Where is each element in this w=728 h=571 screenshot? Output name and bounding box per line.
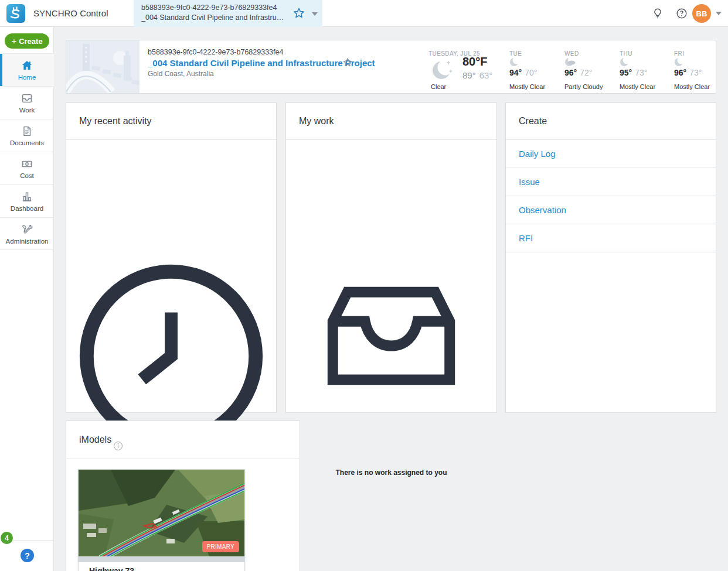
forecast-high: 96°: [564, 68, 577, 77]
create-observation-row[interactable]: Observation: [506, 196, 716, 224]
mostly-clear-night-icon: [509, 57, 522, 67]
project-id: b588393e-9fc0-4222-9e73-b76829333fe4: [141, 4, 277, 12]
empty-message: There is no work assigned to you: [286, 469, 496, 477]
weather-forecast-day: FRI 96°73° Mostly Clear: [674, 47, 728, 58]
sidebar-item-label: Cost: [20, 172, 34, 179]
create-button-label: Create: [19, 37, 42, 46]
tools-icon: [21, 223, 33, 236]
project-location: Gold Coast, Australia: [148, 70, 214, 78]
observation-link[interactable]: Observation: [519, 205, 566, 215]
recent-activity-card: My recent activity There are no recent i…: [66, 102, 277, 413]
daily-log-link[interactable]: Daily Log: [519, 149, 556, 159]
forecast-day-label: THU: [620, 50, 632, 57]
card-header: My recent activity: [66, 103, 276, 140]
forecast-day-label: FRI: [674, 50, 684, 57]
sidebar-item-home[interactable]: Home: [0, 53, 54, 86]
forecast-high: 94°: [509, 68, 522, 77]
banknote-icon: [21, 158, 33, 170]
project-banner: b588393e-9fc0-4222-9e73-b76829333fe4 _00…: [66, 40, 716, 94]
forecast-low: 72°: [580, 68, 592, 77]
sidebar-item-label: Home: [18, 74, 36, 81]
forecast-low: 73°: [689, 68, 702, 77]
ideas-lightbulb-icon[interactable]: [651, 7, 664, 20]
project-name-link[interactable]: _004 Standard Civil Pipeline and Infrast…: [148, 58, 375, 68]
my-work-card: My work There is no work assigned to you: [285, 102, 497, 413]
create-issue-row[interactable]: Issue: [506, 168, 716, 196]
document-icon: [21, 125, 33, 138]
forecast-condition: Mostly Clear: [620, 83, 655, 90]
sidebar-item-administration[interactable]: Administration: [0, 217, 54, 250]
project-bridge-illustration: [66, 40, 140, 93]
primary-badge: PRIMARY: [202, 541, 239, 552]
create-daily-log-row[interactable]: Daily Log: [506, 140, 716, 168]
card-header: iModels i: [66, 421, 300, 459]
card-header: My work: [286, 103, 496, 140]
sidebar-item-label: Documents: [10, 139, 44, 146]
inbox-icon: [286, 251, 496, 461]
weather-forecast-day: THU 95°73° Mostly Clear: [620, 47, 673, 58]
forecast-high: 95°: [620, 68, 632, 77]
sidebar-item-work[interactable]: Work: [0, 86, 54, 119]
weather-current-condition: Clear: [431, 83, 446, 90]
forecast-high: 96°: [674, 68, 686, 77]
mostly-clear-night-icon: [674, 57, 687, 67]
app-title: SYNCHRO Control: [33, 8, 108, 18]
sidebar-nav: + Create Home Work: [0, 27, 54, 571]
home-icon: [21, 59, 33, 72]
forecast-day-label: TUE: [509, 50, 522, 57]
sidebar-item-label: Dashboard: [11, 205, 43, 212]
recent-activity-title: My recent activity: [79, 116, 152, 126]
imodel-name: Highway 73: [79, 562, 244, 571]
sidebar-bottom-divider: [13, 540, 53, 541]
project-id: b588393e-9fc0-4222-9e73-b76829333fe4: [148, 48, 283, 56]
my-work-empty-state: There is no work assigned to you: [286, 251, 496, 477]
create-rfi-row[interactable]: RFI: [506, 224, 716, 252]
forecast-condition: Mostly Clear: [674, 83, 710, 90]
synchro-logo-icon: [6, 4, 26, 23]
clear-night-moon-icon: [430, 56, 457, 83]
imodels-card: iModels i: [66, 420, 300, 571]
card-header: Create: [506, 103, 716, 140]
sidebar-item-documents[interactable]: Documents: [0, 119, 54, 152]
weather-current: TUESDAY, JUL 25 80°F 89°63° Clear: [428, 47, 508, 58]
forecast-low: 73°: [635, 68, 647, 77]
top-bar: SYNCHRO Control b588393e-9fc0-4222-9e73-…: [0, 0, 728, 27]
forecast-low: 70°: [525, 68, 537, 77]
plus-icon: +: [11, 36, 16, 46]
weather-current-high: 89°: [462, 70, 476, 80]
imodels-title: iModels: [79, 435, 111, 445]
favorite-star-icon[interactable]: [292, 6, 306, 20]
weather-forecast-day: TUE 94°70° Mostly Clear: [509, 47, 563, 58]
rfi-link[interactable]: RFI: [519, 233, 533, 243]
inbox-icon: [21, 92, 33, 105]
sidebar-item-dashboard[interactable]: Dashboard: [0, 184, 54, 217]
bar-chart-icon: [21, 190, 33, 203]
user-avatar[interactable]: BB: [692, 4, 711, 23]
forecast-condition: Partly Cloudy: [564, 83, 603, 90]
sidebar-item-label: Work: [19, 107, 35, 114]
imodel-thumbnail: PRIMARY: [79, 470, 244, 556]
notification-count-badge[interactable]: 4: [1, 532, 13, 544]
weather-current-low: 63°: [479, 70, 493, 80]
user-menu-caret-icon[interactable]: [716, 12, 722, 15]
project-switcher-caret-icon[interactable]: [312, 12, 318, 16]
sidebar-item-label: Administration: [6, 238, 49, 245]
sidebar-item-cost[interactable]: Cost: [0, 152, 54, 184]
create-button[interactable]: + Create: [5, 33, 49, 49]
weather-current-temp: 80°F: [462, 55, 487, 69]
help-circle-icon[interactable]: [675, 7, 688, 20]
project-star-icon[interactable]: [342, 57, 353, 69]
forecast-condition: Mostly Clear: [509, 83, 545, 90]
weather-forecast-day: WED 96°72° Partly Cloudy: [564, 47, 618, 58]
my-work-title: My work: [299, 116, 334, 126]
create-card: Create Daily Log Issue Observation RFI: [505, 102, 716, 413]
forecast-day-label: WED: [564, 50, 579, 57]
help-button[interactable]: ?: [21, 549, 34, 562]
project-switcher-tab[interactable]: b588393e-9fc0-4222-9e73-b76829333fe4 _00…: [134, 0, 322, 27]
project-name-truncated: _004 Standard Civil Pipeline and Infrast…: [141, 13, 284, 22]
imodel-tile[interactable]: PRIMARY Highway 73: [78, 469, 245, 571]
imodel-tile-strip: [79, 556, 244, 562]
create-card-title: Create: [519, 116, 547, 126]
info-icon[interactable]: i: [114, 442, 123, 450]
issue-link[interactable]: Issue: [519, 177, 540, 187]
